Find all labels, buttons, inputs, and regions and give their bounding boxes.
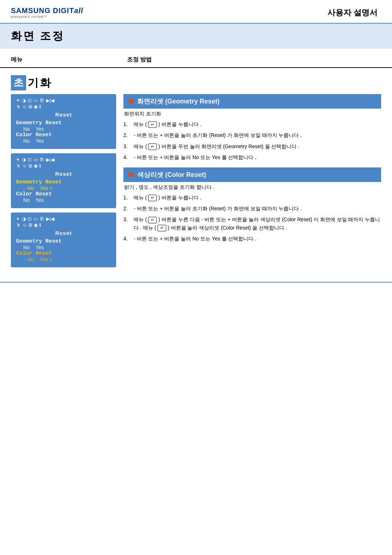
geo-step-1: 1. 메뉴 ( ↵ ) 버튼을 누릅니다 .: [123, 120, 381, 128]
enter-key-icon-2: ↵: [148, 143, 157, 150]
right-column: 화면리셋 (Geometry Reset) 화면위치 초기화 1. 메뉴 ( ↵…: [123, 94, 381, 267]
main-content: ✦ ◑ ⊡ ▭ 🖹 ▶|◀ 🖱 ☺ ⊞ ◉ ℹ Reset Geometry R…: [0, 94, 392, 267]
geo-step-2: 2. - 버튼 또는 + 버튼을 눌러 초기화 (Reset) 가 화면에 보일…: [123, 131, 381, 139]
screen-icon: ▭: [33, 98, 38, 103]
brightness-icon: ✦: [16, 98, 20, 103]
monitor-3-color-no: – No: [23, 256, 34, 262]
bar-icon-5: ℹ: [39, 104, 41, 109]
geometry-icon-2: ⊡: [28, 157, 32, 162]
reset-icon: ▶|◀: [46, 98, 54, 103]
init-title-text: 기화: [28, 76, 52, 90]
geometry-reset-title: 화면리셋 (Geometry Reset): [137, 97, 220, 106]
init-icon: 초: [11, 75, 26, 90]
geometry-reset-header: 화면리셋 (Geometry Reset): [123, 94, 381, 109]
enter-key-icon-4: ↵: [148, 217, 157, 223]
geometry-icon-3: ⊡: [28, 216, 32, 222]
page-title-bar: 화면 조정: [0, 24, 392, 49]
footer-line: [0, 282, 392, 283]
monitor-2-reset-label: Reset: [16, 171, 111, 177]
brightness-icon-3: ✦: [16, 216, 20, 222]
monitor-1-geo-label: Geometry Reset: [16, 120, 111, 126]
col-menu-label: 메뉴: [11, 56, 127, 64]
monitor-1-reset-label: Reset: [16, 112, 111, 118]
monitor-3-geo-yes: Yes: [36, 244, 44, 250]
reset-icon-2: ▶|◀: [46, 157, 54, 162]
brightness-icon-2: ✦: [16, 157, 20, 162]
monitor-2-color-row: No Yes: [16, 197, 111, 203]
monitor-3-geo-row: No Yes: [16, 244, 111, 250]
geometry-reset-subtitle: 화면위치 초기화: [123, 111, 381, 117]
bar-icon-1: 🖱: [16, 104, 21, 109]
color-step-3: 3. 메뉴 ( ↵ ) 버튼을 누른 다음 - 버튼 또는 + 버튼을 눌러 색…: [123, 215, 381, 232]
enter-key-icon-3: ↵: [148, 195, 157, 201]
bar-icon3-2: ☺: [22, 222, 27, 228]
geometry-icon: ⊡: [28, 98, 32, 103]
geo-step-4: 4. - 버튼 또는 + 버튼을 눌러 No 또는 Yes 를 선택합니다 .: [123, 153, 381, 161]
geometry-dot: [128, 99, 134, 104]
geo-step-3: 3. 메뉴 ( ↵ ) 버튼을 두번 눌러 화면리셋 (Geometry Res…: [123, 142, 381, 150]
color-step-1: 1. 메뉴 ( ↵ ) 버튼을 누릅니다 .: [123, 194, 381, 202]
monitor-2-color-label: Color Reset: [16, 191, 111, 197]
monitor-box-3: ✦ ◑ ⊡ ▭ 🖹 ▶|◀ 🖱 ☺ ⊞ ◉ ℹ Reset Geometry R…: [11, 212, 116, 267]
monitor-3-color-label: Color Reset: [16, 250, 111, 256]
bar-icon2-2: ☺: [22, 163, 27, 169]
bar-icon-3: ⊞: [28, 104, 32, 109]
contrast-icon: ◑: [22, 98, 26, 103]
page-title: 화면 조정: [11, 29, 381, 44]
monitor-2-geo-no: – No: [23, 185, 34, 191]
doc-title: 사용자 설명서: [327, 7, 377, 18]
monitor-1-geo-yes: Yes: [36, 126, 44, 132]
monitor-3-geo-no: No: [23, 244, 30, 250]
monitor-3-color-yes: Yes +: [40, 256, 53, 262]
monitor-3-bar: 🖱 ☺ ⊞ ◉ ℹ: [16, 222, 111, 228]
column-headers: 메뉴 조정 방법: [0, 52, 392, 68]
col-method-label: 조정 방법: [127, 56, 381, 64]
monitor-2-geo-label: Geometry Reset: [16, 179, 111, 185]
monitor-1-color-no: No: [23, 138, 30, 144]
bar-icon-4: ◉: [34, 104, 38, 109]
bar-icon2-4: ◉: [34, 163, 38, 169]
monitor-2-color-yes: Yes: [36, 197, 44, 203]
bar-icon2-1: 🖱: [16, 163, 21, 169]
info-icon-3: 🖹: [40, 216, 44, 222]
section-init-title: 초 기화: [0, 68, 392, 94]
color-reset-header: 색상리셋 (Color Reset): [123, 167, 381, 182]
bar-icon2-3: ⊞: [28, 163, 32, 169]
monitor-2-icons: ✦ ◑ ⊡ ▭ 🖹 ▶|◀: [16, 157, 111, 162]
monitor-1-icons: ✦ ◑ ⊡ ▭ 🖹 ▶|◀: [16, 98, 111, 103]
monitor-box-1: ✦ ◑ ⊡ ▭ 🖹 ▶|◀ 🖱 ☺ ⊞ ◉ ℹ Reset Geometry R…: [11, 94, 116, 149]
color-dot: [128, 172, 134, 177]
logo-text: SAMSUNG DIGITall: [11, 7, 83, 15]
monitor-2-bar: 🖱 ☺ ⊞ ◉ ℹ: [16, 163, 111, 169]
monitor-1-bar: 🖱 ☺ ⊞ ◉ ℹ: [16, 104, 111, 109]
monitor-3-icons: ✦ ◑ ⊡ ▭ 🖹 ▶|◀: [16, 216, 111, 222]
monitor-1-geo-row: No Yes: [16, 126, 111, 132]
enter-key-icon-5: ↵: [158, 225, 166, 231]
enter-key-icon: ↵: [148, 121, 157, 128]
screen-icon-2: ▭: [33, 157, 38, 162]
header: SAMSUNG DIGITall everyone's invited™ 사용자…: [0, 0, 392, 24]
monitor-2-color-no: No: [23, 197, 30, 203]
monitor-2-geo-row: – No Yes +: [16, 185, 111, 191]
color-step-4: 4. - 버튼 또는 + 버튼을 눌러 No 또는 Yes 를 선택합니다 .: [123, 235, 381, 243]
monitor-3-geo-label: Geometry Reset: [16, 238, 111, 244]
bar-icon3-1: 🖱: [16, 222, 21, 228]
logo-sub: everyone's invited™: [11, 15, 83, 19]
bar-icon3-5: ℹ: [39, 222, 41, 228]
reset-icon-3: ▶|◀: [46, 216, 54, 222]
screen-icon-3: ▭: [33, 216, 38, 222]
info-icon-2: 🖹: [40, 157, 44, 162]
color-reset-title: 색상리셋 (Color Reset): [137, 170, 206, 179]
color-steps: 1. 메뉴 ( ↵ ) 버튼을 누릅니다 . 2. - 버튼 또는 + 버튼을 …: [123, 194, 381, 243]
logo-area: SAMSUNG DIGITall everyone's invited™: [11, 7, 83, 19]
bar-icon-2: ☺: [22, 104, 27, 109]
logo-digit: all: [74, 7, 83, 15]
bar-icon3-3: ⊞: [28, 222, 32, 228]
info-icon: 🖹: [40, 98, 44, 103]
color-reset-subtitle: 밝기 , 명도 , 색상조정을 초기화 합니다 .: [123, 184, 381, 191]
monitor-box-2: ✦ ◑ ⊡ ▭ 🖹 ▶|◀ 🖱 ☺ ⊞ ◉ ℹ Reset Geometry R…: [11, 153, 116, 208]
color-step-2: 2. - 버튼 또는 + 버튼을 눌러 초기화 (Reset) 가 화면에 보일…: [123, 204, 381, 212]
geometry-steps: 1. 메뉴 ( ↵ ) 버튼을 누릅니다 . 2. - 버튼 또는 + 버튼을 …: [123, 120, 381, 162]
monitor-1-color-row: No Yes: [16, 138, 111, 144]
monitor-3-reset-label: Reset: [16, 230, 111, 236]
